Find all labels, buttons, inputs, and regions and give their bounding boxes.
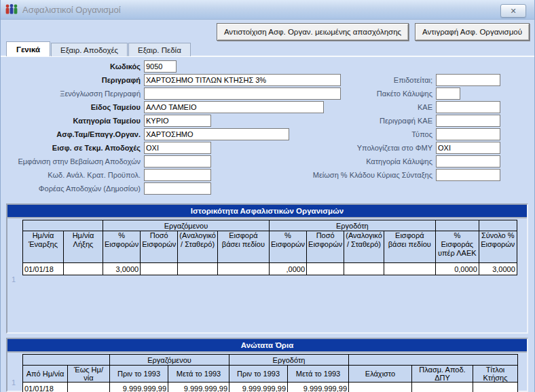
limits-col-to: Έως Ημ/νία [68,366,110,383]
kae-description-field[interactable] [436,115,500,127]
history-col-total: Σύνολο % Εισφορών [479,231,517,263]
history-group-empty [23,220,103,231]
history-panel-title: Ιστορικότητα Ασφαλιστικών Οργανισμών [7,205,527,218]
history-cell-emp-basis[interactable] [217,263,269,275]
history-col-emp-pct: % Εισφορών [103,231,141,263]
history-group-total-empty [479,220,517,231]
history-cell-er-amount[interactable] [307,263,344,275]
insurance-fund-field[interactable] [144,128,289,140]
limits-col-emp-after: Μετά το 1993 [168,366,229,383]
fund-category-field[interactable] [144,115,211,127]
limits-col-er-after: Μετά το 1993 [288,366,349,383]
history-col-er-type: (Αναλογικό / Σταθερό) [344,231,384,263]
limits-group-empty [23,355,110,366]
history-group-employee: Εργαζόμενου [103,220,270,231]
fmy-calculation-field[interactable] [436,142,500,154]
history-cell-emp-amount[interactable] [141,263,178,275]
coverage-package-label: Πακέτο Κάλυψης [286,90,436,98]
limits-cell-plasm[interactable] [412,383,473,392]
history-col-emp-basis: Εισφορά βάσει πεδίου [217,231,269,263]
coverage-category-field[interactable] [436,155,500,168]
limits-cell-emp-before[interactable]: 9.999.999,99 [110,383,168,392]
budget-deduction-code-label: Κωδ. Ανάλ. Κρατ. Προϋπολ. [3,171,144,179]
fmy-calculation-label: Υπολογίζεται στο ΦΜΥ [286,144,436,152]
history-col-er-pct: % Εισφορών [269,231,306,263]
tab-exair-apodoxes[interactable]: Εξαιρ. Αποδοχές [51,43,128,56]
history-cell-er-type[interactable] [344,263,384,275]
people-icon [5,3,18,16]
code-field[interactable] [144,60,177,73]
history-table-row[interactable]: 01/01/18 3,0000 ,0000 0,0000 3,0000 [23,263,517,275]
history-cell-emp-type[interactable] [178,263,218,275]
limits-table-row[interactable]: 01/01/18 9.999.999,99 9.999.999,99 9.999… [23,383,518,392]
history-col-start: Ημ/νία Έναρξης [23,231,64,263]
description-label: Περιγραφή [3,76,144,84]
limits-group-employee: Εργαζόμενου [110,355,229,366]
earnings-certificate-label: Εμφάνιση στην Βεβαίωση Αποδοχών [3,157,144,165]
fund-category-label: Κατηγορία Ταμείου [3,117,144,125]
limits-cell-er-after[interactable]: 9.999.999,99 [288,383,349,392]
limits-panel-title: Ανώτατα Όρια [7,339,527,353]
tab-genika[interactable]: Γενικά [6,41,50,56]
limits-col-emp-before: Πριν το 1993 [110,366,168,383]
limits-col-plasm: Πλασμ. Αποδ. ΔΠΥ [412,366,473,383]
window-title: Ασφαλιστικοί Οργανισμοί [22,5,121,15]
imputed-earnings-field[interactable] [144,142,211,154]
limits-cell-from[interactable]: 01/01/18 [23,383,68,392]
limits-cell-emp-after[interactable]: 9.999.999,99 [168,383,229,392]
subsidized-label: Επιδοτείται; [286,76,436,84]
type-label: Τύπος [286,130,436,138]
history-col-laek: % Εισφοράς υπέρ ΛΑΕΚ [435,231,479,263]
public-earnings-entity-field[interactable] [144,182,211,195]
history-cell-er-basis[interactable] [384,263,435,275]
tab-exair-pedia[interactable]: Εξαιρ. Πεδία [128,43,191,56]
history-cell-laek[interactable]: 0,0000 [435,263,479,275]
budget-deduction-code-field[interactable] [144,169,211,181]
subsidized-field[interactable] [436,74,500,86]
coverage-category-label: Κατηγορία Κάλυψης [286,157,436,165]
kae-description-label: Περιγραφή ΚΑΕ [286,117,436,125]
fund-kind-label: Είδος Ταμείου [3,103,144,111]
imputed-earnings-label: Εισφ. σε Τεκμ. Αποδοχές [3,144,144,152]
kae-field[interactable] [436,101,500,113]
history-col-end: Ημ/νία Λήξης [64,231,103,263]
history-group-laek-empty [435,220,479,231]
main-pension-reduction-label: Μείωση % Κλάδου Κύριας Σύνταξης [286,171,436,179]
type-field[interactable] [436,128,500,140]
main-pension-reduction-field[interactable] [436,169,500,181]
foreign-description-label: Ξενόγλωσση Περιγραφή [3,90,144,98]
history-cell-total[interactable]: 3,0000 [479,263,517,275]
limits-group-employer: Εργοδότη [229,355,349,366]
history-col-er-basis: Εισφορά βάσει πεδίου [384,231,435,263]
coverage-package-field[interactable] [436,87,460,100]
limits-cell-er-before[interactable]: 9.999.999,99 [229,383,288,392]
limits-group-empty-right [349,355,518,366]
history-col-er-amount: Ποσό Εισφορών [307,231,344,263]
public-earnings-entity-label: Φορέας Αποδοχών (Δημοσίου) [3,184,144,193]
close-icon: ✕ [510,7,516,16]
history-cell-end[interactable] [64,263,103,275]
history-cell-er-pct[interactable]: ,0000 [269,263,306,275]
history-cell-emp-pct[interactable]: 3,0000 [103,263,141,275]
history-col-emp-type: (Αναλογικό / Σταθερό) [178,231,218,263]
limits-panel: Ανώτατα Όρια 1 Εργαζόμενου Εργοδότη Από … [6,338,528,392]
history-group-employer: Εργοδότη [269,220,435,231]
form-right-column: Επιδοτείται; Πακέτο Κάλυψης ΚΑΕ Περιγραφ… [286,73,500,182]
limits-row-number: 1 [12,378,16,387]
code-label: Κωδικός [3,62,144,71]
limits-col-titles: Τίτλοι Κτήσης [473,366,518,383]
tab-bar: Γενικά Εξαιρ. Αποδοχές Εξαιρ. Πεδία [6,41,191,56]
limits-cell-titles[interactable] [473,383,518,392]
map-reduced-employment-button[interactable]: Αντιστοίχιση Ασφ. Οργαν. μειωμένης απασχ… [217,23,409,41]
limits-col-from: Από Ημ/νία [23,366,68,383]
limits-cell-to[interactable] [68,383,110,392]
copy-organization-button[interactable]: Αντιγραφή Ασφ. Οργανισμού [415,23,530,41]
history-panel: Ιστορικότητα Ασφαλιστικών Οργανισμών 1 Ε… [6,203,528,334]
limits-col-er-before: Πριν το 1993 [229,366,288,383]
history-cell-start[interactable]: 01/01/18 [23,263,64,275]
history-table: Εργαζόμενου Εργοδότη Ημ/νία Έναρξης Ημ/ν… [22,220,517,275]
close-button[interactable]: ✕ [500,4,526,18]
earnings-certificate-field[interactable] [144,155,211,168]
limits-cell-min[interactable] [349,383,412,392]
kae-label: ΚΑΕ [286,103,436,111]
